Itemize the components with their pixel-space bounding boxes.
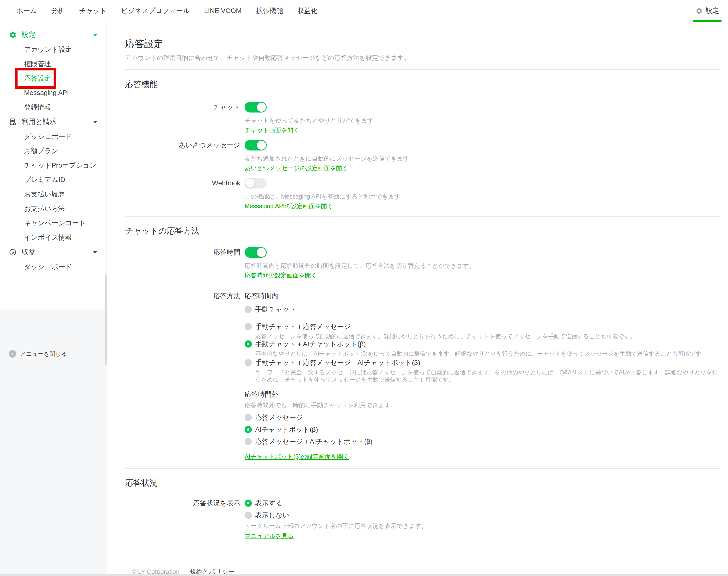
sidebar-section-label: 設定 [22, 30, 88, 40]
close-menu-button[interactable]: メニューを閉じる [9, 350, 67, 358]
sidebar-item-payment-method[interactable]: お支払い方法 [0, 201, 107, 216]
radio-description: 応答メッセージを使って自動的に返信できます。詳細なやりとりを行うために、チャット… [255, 333, 720, 340]
radio-label: 応答メッセージ [255, 413, 303, 422]
form-row-response-method: 応答方法 応答時間内 手動チャット 手動チャット＋応答メッセージ 応答メッセージ… [125, 292, 720, 461]
field-description: 応答時間内と応答時間外の時間を設定して、応答方法を切り替えることができます。 [245, 262, 720, 270]
radio-show-status[interactable]: 表示する [245, 499, 720, 507]
sidebar-menu-panel: 設定 アカウント設定 権限管理 応答設定 Messaging API 登録情報 … [0, 22, 107, 309]
toggle-knob [257, 248, 266, 257]
sidebar-item-revenue-dashboard[interactable]: ダッシュボード [0, 260, 107, 274]
footer: © LY Corporation 規約とポリシー [125, 560, 720, 576]
radio-reply-message[interactable]: 応答メッセージ [245, 413, 720, 422]
field-label: チャット [125, 102, 240, 134]
form-row-webhook: Webhook この機能は、Messaging APIを有効にすると利用できます… [125, 178, 720, 210]
nav-item-extensions[interactable]: 拡張機能 [256, 6, 283, 16]
field-label: Webhook [125, 178, 240, 210]
nav-item-analytics[interactable]: 分析 [51, 6, 65, 16]
response-hours-settings-link[interactable]: 応答時間の設定画面を開く [245, 271, 317, 279]
radio-icon[interactable] [245, 426, 252, 433]
section-heading-features: 応答機能 [125, 78, 720, 90]
page-description: アカウントの運用目的に合わせて、チャットや自動応答メッセージなどの応答方法を設定… [125, 53, 720, 62]
section-heading-chat-method: チャットの応答方法 [125, 225, 720, 236]
section-divider [125, 468, 720, 469]
open-chat-screen-link[interactable]: チャット画面を開く [245, 126, 300, 134]
sidebar-divider [2, 343, 104, 343]
ai-chatbot-settings-link[interactable]: AIチャットボット(β)の設定画面を開く [245, 453, 350, 461]
field-label: あいさつメッセージ [125, 140, 240, 172]
sidebar-item-invoice-info[interactable]: インボイス情報 [0, 230, 107, 245]
radio-label: 表示する [255, 499, 282, 507]
radio-icon[interactable] [245, 499, 252, 507]
sidebar-item-chat-pro-option[interactable]: チャットProオプション [0, 158, 107, 173]
form-row-chat: チャット チャットを使って友だちとやりとりができます。 チャット画面を開く [125, 102, 720, 134]
nav-item-chat[interactable]: チャット [79, 6, 107, 16]
sidebar-item-monthly-plan[interactable]: 月額プラン [0, 144, 107, 158]
main-content: 応答設定 アカウントの運用目的に合わせて、チャットや自動応答メッセージなどの応答… [107, 22, 728, 576]
radio-label: 応答メッセージ＋AIチャットボット(β) [255, 437, 372, 446]
sidebar-item-billing-dashboard[interactable]: ダッシュボード [0, 129, 107, 144]
radio-manual-reply-ai[interactable]: 手動チャット＋応答メッセージ＋AIチャットボット(β) [245, 359, 720, 367]
manual-link[interactable]: マニュアルを見る [245, 532, 294, 540]
sidebar-section-revenue[interactable]: $ 収益 [0, 245, 107, 260]
field-description: 友だち追加されたときに自動的にメッセージを送信できます。 [245, 154, 720, 163]
radio-manual-plus-ai[interactable]: 手動チャット＋AIチャットボット(β) [245, 340, 720, 348]
radio-icon[interactable] [245, 359, 252, 366]
page-title: 応答設定 [125, 37, 720, 51]
horizontal-scrollbar-track[interactable] [0, 574, 728, 576]
messaging-api-settings-link[interactable]: Messaging APIの設定画面を開く [245, 202, 333, 210]
form-row-greeting: あいさつメッセージ 友だち追加されたときに自動的にメッセージを送信できます。 あ… [125, 140, 720, 172]
sidebar-item-response-settings[interactable]: 応答設定 [0, 71, 107, 86]
nav-item-monetization[interactable]: 収益化 [297, 6, 317, 16]
sidebar-section-settings[interactable]: 設定 [0, 27, 107, 42]
chat-toggle[interactable] [245, 102, 267, 113]
sidebar-item-permissions[interactable]: 権限管理 [0, 57, 107, 71]
field-label: 応答方法 [125, 292, 240, 461]
radio-icon[interactable] [245, 306, 252, 313]
greeting-settings-link[interactable]: あいさつメッセージの設定画面を開く [245, 164, 348, 172]
radio-icon[interactable] [245, 414, 252, 421]
status-description: トークルーム上部のアカウント名の下に応答状況を表示できます。 [245, 522, 720, 530]
sidebar-section-label: 収益 [22, 248, 88, 257]
nav-tab-settings[interactable]: 設定 [693, 0, 722, 22]
dollar-circle-icon: $ [9, 248, 17, 256]
radio-label: 表示しない [255, 511, 289, 519]
sidebar-scrollbar[interactable] [105, 275, 107, 366]
radio-description: 基本的なやりとりは、AIチャットボット(β)を使って自動的に返信できます。詳細な… [255, 350, 720, 357]
radio-icon[interactable] [245, 323, 252, 330]
radio-hide-status[interactable]: 表示しない [245, 511, 720, 519]
sidebar-item-registration-info[interactable]: 登録情報 [0, 100, 107, 114]
webhook-toggle[interactable] [245, 178, 267, 189]
radio-manual-chat[interactable]: 手動チャット [245, 305, 720, 314]
response-hours-toggle[interactable] [245, 247, 267, 258]
invoice-icon [9, 118, 17, 126]
greeting-toggle[interactable] [245, 140, 267, 150]
nav-item-business-profile[interactable]: ビジネスプロフィール [121, 6, 190, 16]
section-heading-status: 応答状況 [125, 477, 720, 489]
nav-item-line-voom[interactable]: LINE VOOM [204, 7, 242, 15]
sidebar-item-messaging-api[interactable]: Messaging API [0, 86, 107, 100]
nav-item-home[interactable]: ホーム [16, 6, 37, 16]
chevron-down-icon [93, 251, 97, 254]
active-tab-indicator [693, 20, 722, 22]
in-hours-heading: 応答時間内 [245, 292, 720, 300]
radio-icon[interactable] [245, 340, 252, 348]
radio-label: 手動チャット＋応答メッセージ [255, 323, 351, 331]
field-label: 応答状況を表示 [125, 499, 240, 540]
sidebar: 設定 アカウント設定 権限管理 応答設定 Messaging API 登録情報 … [0, 22, 107, 576]
radio-ai-chatbot[interactable]: AIチャットボット(β) [245, 426, 720, 434]
radio-icon[interactable] [245, 512, 252, 519]
radio-label: 手動チャット [255, 305, 296, 314]
sidebar-item-account-settings[interactable]: アカウント設定 [0, 42, 107, 57]
form-row-status-display: 応答状況を表示 表示する 表示しない トークルーム上部のアカウント名の下に応答状… [125, 499, 720, 540]
chevron-left-icon [9, 350, 16, 358]
radio-reply-plus-ai[interactable]: 応答メッセージ＋AIチャットボット(β) [245, 437, 720, 446]
radio-icon[interactable] [245, 438, 252, 445]
sidebar-item-payment-history[interactable]: お支払い履歴 [0, 187, 107, 201]
sidebar-item-campaign-code[interactable]: キャンペーンコード [0, 216, 107, 230]
radio-label: 手動チャット＋応答メッセージ＋AIチャットボット(β) [255, 359, 420, 367]
radio-manual-plus-reply[interactable]: 手動チャット＋応答メッセージ [245, 323, 720, 331]
sidebar-item-premium-id[interactable]: プレミアムID [0, 173, 107, 187]
section-divider [125, 217, 720, 217]
sidebar-section-billing[interactable]: 利用と請求 [0, 114, 107, 129]
chevron-down-icon [93, 34, 97, 36]
